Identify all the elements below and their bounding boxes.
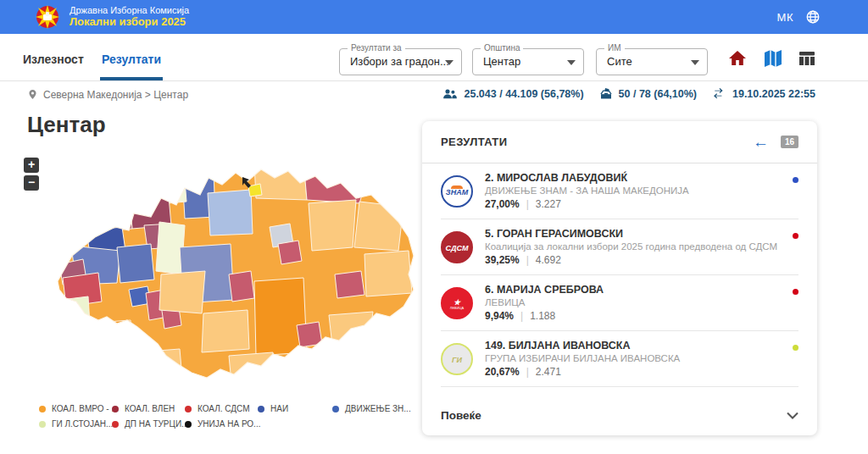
map-icon[interactable] [763,48,783,69]
legend-item: КОАЛ. ВЛЕН [112,404,185,413]
nav-filter-row: Излезност Резултати Резултати за Избори … [0,34,868,81]
filter-value: Избори за градон... [340,49,461,75]
legend-color-dot [39,406,46,412]
macedonia-map[interactable] [34,156,417,395]
ballot-box-icon [599,87,613,100]
legend-item: УНИЈА НА РО... [185,419,258,429]
globe-icon[interactable] [805,9,821,25]
separator: | [526,254,529,266]
candidate-name: 5. ГОРАН ГЕРАСИМОВСКИ [485,228,777,240]
count-badge: 16 [781,136,798,148]
legend-label: КОАЛ. ВЛЕН [125,404,175,413]
filter-results-for[interactable]: Резултати за Избори за градон... [339,48,462,75]
location-pin-icon [27,88,38,101]
separator: | [526,366,529,378]
chevron-down-icon [567,60,576,65]
legend-item: КОАЛ. ВМРО - ... [39,404,112,413]
site-title: Локални избори 2025 [70,16,189,29]
party-logo: ГИ [441,343,473,375]
candidate-votes: 3.227 [536,198,561,210]
stats-bar: 25.043 / 44.109 (56,78%) 50 / 78 (64,10%… [442,87,815,100]
tab-results[interactable]: Резултати [102,53,161,66]
home-icon[interactable] [727,48,748,69]
more-button[interactable]: Повеќе [422,395,817,435]
party-logo: ★ ЛЕВИЦА [441,287,473,319]
separator: | [520,310,523,322]
filter-label: ИМ [604,43,625,53]
results-panel-title: РЕЗУЛТАТИ [441,136,507,148]
candidate-info: 6. МАРИЈА СРЕБРОВА ЛЕВИЦА 9,94% | 1.188 [485,284,604,322]
status-dot [793,289,798,295]
legend-label: ДВИЖЕЊЕ ЗН... [345,404,411,413]
legend-color-dot [39,421,46,428]
party-logo: СДСМ [441,231,473,263]
candidate-name: 2. МИРОСЛАВ ЛАБУДОВИЌ [485,172,689,184]
legend-label: КОАЛ. ВМРО - ... [52,404,119,413]
page-title: Центар [27,112,106,138]
filter-municipality[interactable]: Општина Центар [472,48,584,75]
candidate-row[interactable]: ЗНАМ 2. МИРОСЛАВ ЛАБУДОВИЌ ДВИЖЕЊЕ ЗНАМ … [441,163,798,219]
chevron-down-icon [787,412,798,419]
legend-label: НАИ [270,404,288,413]
sync-arrows-icon [712,88,726,99]
candidate-row[interactable]: ГИ 149. БИЛЈАНА ИВАНОВСКА ГРУПА ИЗБИРАЧИ… [441,331,798,387]
stat-stations: 50 / 78 (64,10%) [599,87,697,100]
candidate-result: 20,67% | 2.471 [485,366,680,378]
back-arrow-icon[interactable]: ← [753,134,769,150]
voters-icon [442,88,458,100]
candidate-votes: 2.471 [536,366,561,378]
stat-updated: 19.10.2025 22:55 [712,88,815,100]
candidate-votes: 4.692 [536,254,561,266]
stat-updated-value: 19.10.2025 22:55 [732,88,815,100]
logo-text: ЗНАМ [446,189,468,197]
filter-polling-station[interactable]: ИМ Сите [596,48,708,75]
candidate-result: 39,25% | 4.692 [485,254,777,266]
results-panel: РЕЗУЛТАТИ ← 16 ЗНАМ 2. МИРОСЛАВ ЛАБУДОВИ… [422,121,817,435]
legend-label: ДП НА ТУРЦИ... [125,419,188,429]
candidate-result: 9,94% | 1.188 [485,310,604,322]
legend-item: КОАЛ. СДСМ [185,404,258,413]
breadcrumb: Северна Македонија > Центар [27,88,188,101]
map-legend: КОАЛ. ВМРО - ... КОАЛ. ВЛЕН КОАЛ. СДСМ Н… [39,404,412,435]
page: Државна Изборна Комисија Локални избори … [0,0,868,454]
stat-turnout-value: 25.043 / 44.109 (56,78%) [464,88,583,100]
candidate-party: Коалиција за локални избори 2025 година … [485,241,777,252]
stat-turnout: 25.043 / 44.109 (56,78%) [442,88,583,100]
status-dot [793,233,798,239]
top-app-bar: Државна Изборна Комисија Локални избори … [0,0,868,34]
candidate-info: 5. ГОРАН ГЕРАСИМОВСКИ Коалиција за локал… [485,228,777,266]
candidate-info: 149. БИЛЈАНА ИВАНОВСКА ГРУПА ИЗБИРАЧИ БИ… [485,340,680,378]
org-name: Државна Изборна Комисија [70,5,189,16]
legend-color-dot [112,406,119,412]
info-bar: Северна Македонија > Центар 25.043 / 44.… [0,82,868,108]
candidate-name: 6. МАРИЈА СРЕБРОВА [485,284,604,296]
candidate-percent: 39,25% [485,254,520,266]
breadcrumb-path[interactable]: Северна Македонија > Центар [43,89,188,101]
candidate-percent: 9,94% [485,310,514,322]
candidate-row[interactable]: СДСМ 5. ГОРАН ГЕРАСИМОВСКИ Коалиција за … [441,219,798,275]
legend-label: ГИ Л.СТОЈАН... [52,419,113,429]
candidate-percent: 20,67% [485,366,520,378]
candidate-percent: 27,00% [485,198,520,210]
chevron-down-icon [691,60,699,65]
legend-label: УНИЈА НА РО... [198,419,260,429]
status-dot [793,177,798,183]
candidate-party: ГРУПА ИЗБИРАЧИ БИЛЈАНА ИВАНОВСКА [485,353,680,363]
legend-color-dot [185,406,192,412]
legend-color-dot [185,421,192,428]
candidate-result: 27,00% | 3.227 [485,198,689,210]
candidate-row[interactable]: ★ ЛЕВИЦА 6. МАРИЈА СРЕБРОВА ЛЕВИЦА 9,94%… [441,275,798,331]
status-dot [793,345,798,351]
table-icon[interactable] [797,48,817,69]
legend-row-2: ГИ Л.СТОЈАН... ДП НА ТУРЦИ... УНИЈА НА Р… [39,419,412,429]
tab-turnout[interactable]: Излезност [23,53,84,66]
language-selector[interactable]: МК [777,11,793,24]
filter-label: Општина [481,43,523,53]
chevron-down-icon [445,60,453,65]
stat-stations-value: 50 / 78 (64,10%) [619,88,697,100]
logo-text: ГИ [452,357,462,365]
candidate-votes: 1.188 [530,310,555,322]
legend-item: ДВИЖЕЊЕ ЗН... [332,404,405,413]
filter-label: Резултати за [348,43,405,53]
separator: | [526,198,529,210]
